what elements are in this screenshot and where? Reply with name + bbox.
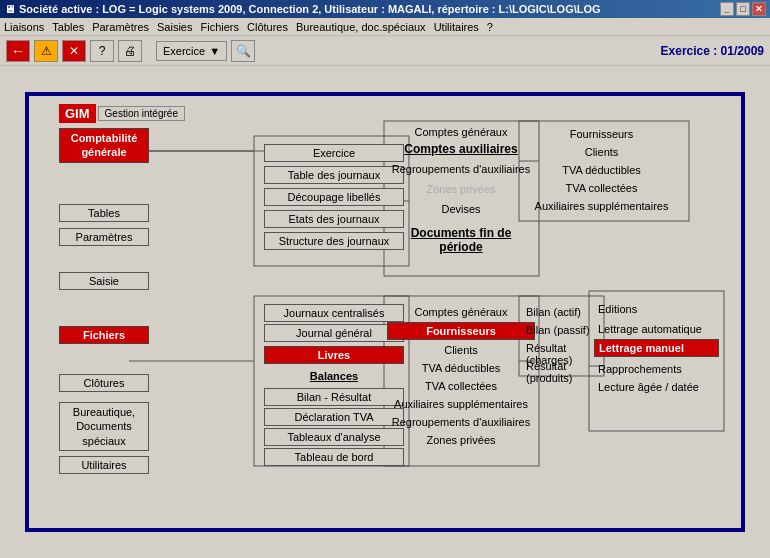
- saisie-item[interactable]: Saisie: [59, 272, 149, 290]
- window-controls: _ □ ✕: [720, 2, 766, 16]
- clotures-item[interactable]: Clôtures: [59, 374, 149, 392]
- exercice-button[interactable]: Exercice ▼: [156, 41, 227, 61]
- tableaux-analyse-item[interactable]: Tableaux d'analyse: [264, 428, 404, 446]
- bilan-actif-label[interactable]: Bilan (actif): [522, 304, 597, 320]
- close-button[interactable]: ✕: [752, 2, 766, 16]
- logo-subtitle: Gestion intégrée: [98, 106, 185, 121]
- zones-privees-label[interactable]: Zones privées: [387, 181, 535, 197]
- zones-privees2-label[interactable]: Zones privées: [387, 432, 535, 448]
- auxiliaires-supp-top-label[interactable]: Auxiliaires supplémentaires: [524, 198, 679, 214]
- lettrage-manuel-label[interactable]: Lettrage manuel: [594, 339, 719, 357]
- resultat-produits-label[interactable]: Résultat (produits): [522, 358, 597, 386]
- logo-area: GIM Gestion intégrée: [59, 104, 185, 123]
- utilitaires-item[interactable]: Utilitaires: [59, 456, 149, 474]
- tableau-bord-item[interactable]: Tableau de bord: [264, 448, 404, 466]
- editions-label[interactable]: Editions: [594, 301, 719, 317]
- menu-utilitaires[interactable]: Utilitaires: [434, 21, 479, 33]
- menu-fichiers[interactable]: Fichiers: [200, 21, 239, 33]
- help-button[interactable]: ?: [90, 40, 114, 62]
- menu-bar: Liaisons Tables Paramètres Saisies Fichi…: [0, 18, 770, 36]
- exercice-label: Exercice: [163, 45, 205, 57]
- main-content: GIM Gestion intégrée Comptabilité généra…: [0, 66, 770, 558]
- devises-label[interactable]: Devises: [387, 201, 535, 217]
- comptes-generaux2-label[interactable]: Comptes généraux: [387, 304, 535, 320]
- comptes-generaux-label[interactable]: Comptes généraux: [387, 124, 535, 140]
- title-text: Société active : LOG = Logic systems 200…: [19, 3, 601, 15]
- parametres-item[interactable]: Paramètres: [59, 228, 149, 246]
- menu-help[interactable]: ?: [487, 21, 493, 33]
- regroupements2-label[interactable]: Regroupements d'auxiliaires: [387, 414, 535, 430]
- lettrage-auto-label[interactable]: Lettrage automatique: [594, 321, 719, 337]
- declaration-tva-item[interactable]: Déclaration TVA: [264, 408, 404, 426]
- menu-bureautique[interactable]: Bureautique, doc.spéciaux: [296, 21, 426, 33]
- menu-parametres[interactable]: Paramètres: [92, 21, 149, 33]
- balances-item[interactable]: Balances: [264, 368, 404, 384]
- menu-tables[interactable]: Tables: [52, 21, 84, 33]
- tables-item[interactable]: Tables: [59, 204, 149, 222]
- bilan-passif-label[interactable]: Bilan (passif): [522, 322, 597, 338]
- menu-saisies[interactable]: Saisies: [157, 21, 192, 33]
- print-button[interactable]: 🖨: [118, 40, 142, 62]
- journaux-centralises-item[interactable]: Journaux centralisés: [264, 304, 404, 322]
- tva-deductibles-bottom-label[interactable]: TVA déductibles: [387, 360, 535, 376]
- minimize-button[interactable]: _: [720, 2, 734, 16]
- comptes-auxiliaires-label[interactable]: Comptes auxiliaires: [387, 140, 535, 158]
- diagram-container: GIM Gestion intégrée Comptabilité généra…: [25, 92, 745, 532]
- structure-journaux-item[interactable]: Structure des journaux: [264, 232, 404, 250]
- clients-top-label[interactable]: Clients: [524, 144, 679, 160]
- table-journaux-item[interactable]: Table des journaux: [264, 166, 404, 184]
- rapprochements-label[interactable]: Rapprochements: [594, 361, 719, 377]
- alert-button[interactable]: ⚠: [34, 40, 58, 62]
- fichiers-item[interactable]: Fichiers: [59, 326, 149, 344]
- tva-collectees-bottom-label[interactable]: TVA collectées: [387, 378, 535, 394]
- exercice-arrow: ▼: [209, 45, 220, 57]
- title-icon: 🖥: [4, 3, 15, 15]
- fournisseurs-bottom-label[interactable]: Fournisseurs: [387, 322, 535, 340]
- stop-button[interactable]: ✕: [62, 40, 86, 62]
- livres-item[interactable]: Livres: [264, 346, 404, 364]
- clients-bottom-label[interactable]: Clients: [387, 342, 535, 358]
- decoupage-item[interactable]: Découpage libellés: [264, 188, 404, 206]
- toolbar: ← ⚠ ✕ ? 🖨 Exercice ▼ 🔍 Exercice : 01/200…: [0, 36, 770, 66]
- tva-deductibles-top-label[interactable]: TVA déductibles: [524, 162, 679, 178]
- fournisseurs-top-label[interactable]: Fournisseurs: [524, 126, 679, 142]
- lecture-agee-label[interactable]: Lecture âgée / datée: [594, 379, 719, 395]
- documents-fin-label[interactable]: Documents fin de période: [387, 224, 535, 256]
- maximize-button[interactable]: □: [736, 2, 750, 16]
- auxiliaires-supp-bottom-label[interactable]: Auxiliaires supplémentaires: [387, 396, 535, 412]
- regroupements-label[interactable]: Regroupements d'auxiliaires: [387, 161, 535, 177]
- exercice-item[interactable]: Exercice: [264, 144, 404, 162]
- menu-liaisons[interactable]: Liaisons: [4, 21, 44, 33]
- back-button[interactable]: ←: [6, 40, 30, 62]
- etats-journaux-item[interactable]: Etats des journaux: [264, 210, 404, 228]
- title-bar: 🖥 Société active : LOG = Logic systems 2…: [0, 0, 770, 18]
- comptabilite-generale[interactable]: Comptabilité générale: [59, 128, 149, 163]
- menu-clotures[interactable]: Clôtures: [247, 21, 288, 33]
- bureautique-item[interactable]: Bureautique, Documents spéciaux: [59, 402, 149, 451]
- logo-gim: GIM: [59, 104, 96, 123]
- exercice-display: Exercice : 01/2009: [661, 44, 764, 58]
- journal-general-item[interactable]: Journal général: [264, 324, 404, 342]
- bilan-resultat-item[interactable]: Bilan - Résultat: [264, 388, 404, 406]
- search-button[interactable]: 🔍: [231, 40, 255, 62]
- tva-collectees-top-label[interactable]: TVA collectées: [524, 180, 679, 196]
